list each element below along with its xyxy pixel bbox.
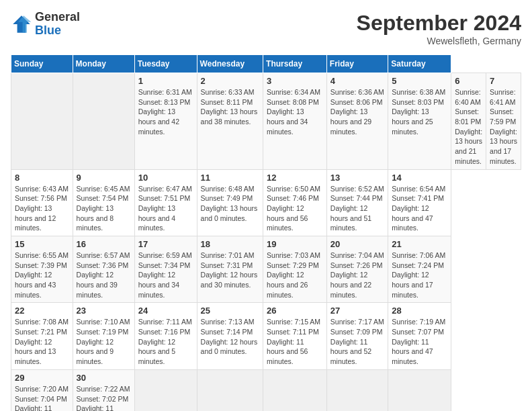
calendar-day-cell: 5Sunrise: 6:38 AMSunset: 8:03 PMDaylight… xyxy=(388,73,451,170)
day-number: 6 xyxy=(455,76,482,86)
day-info: Sunrise: 7:13 AMSunset: 7:14 PMDaylight:… xyxy=(201,318,258,355)
calendar-day-cell: 30Sunrise: 7:22 AMSunset: 7:02 PMDayligh… xyxy=(73,369,134,411)
day-info: Sunrise: 6:31 AMSunset: 8:13 PMDaylight:… xyxy=(138,88,192,136)
page-header: General Blue September 2024 Wewelsfleth,… xyxy=(11,11,521,46)
day-info: Sunrise: 7:15 AMSunset: 7:11 PMDaylight:… xyxy=(267,318,320,365)
day-number: 13 xyxy=(330,173,384,183)
day-info: Sunrise: 7:08 AMSunset: 7:21 PMDaylight:… xyxy=(15,318,69,365)
day-info: Sunrise: 7:11 AMSunset: 7:16 PMDaylight:… xyxy=(138,318,192,365)
calendar-day-cell xyxy=(326,369,388,411)
day-number: 2 xyxy=(201,76,260,86)
day-number: 9 xyxy=(77,173,131,183)
calendar-week-row: 1Sunrise: 6:31 AMSunset: 8:13 PMDaylight… xyxy=(11,73,521,170)
calendar-week-row: 22Sunrise: 7:08 AMSunset: 7:21 PMDayligh… xyxy=(11,303,521,369)
day-info: Sunrise: 6:55 AMSunset: 7:39 PMDaylight:… xyxy=(15,251,69,299)
day-of-week-header: Tuesday xyxy=(134,55,197,73)
logo: General Blue xyxy=(11,11,80,38)
calendar-day-cell: 6Sunrise: 6:40 AMSunset: 8:01 PMDaylight… xyxy=(451,73,486,170)
day-info: Sunrise: 7:20 AMSunset: 7:04 PMDaylight:… xyxy=(15,385,69,411)
day-info: Sunrise: 7:19 AMSunset: 7:07 PMDaylight:… xyxy=(392,318,445,365)
day-number: 3 xyxy=(267,76,323,86)
calendar-day-cell: 27Sunrise: 7:17 AMSunset: 7:09 PMDayligh… xyxy=(326,303,388,369)
day-number: 26 xyxy=(267,306,323,316)
day-of-week-header: Wednesday xyxy=(197,55,263,73)
calendar-day-cell: 22Sunrise: 7:08 AMSunset: 7:21 PMDayligh… xyxy=(11,303,73,369)
day-of-week-header: Saturday xyxy=(388,55,451,73)
day-info: Sunrise: 6:47 AMSunset: 7:51 PMDaylight:… xyxy=(138,185,192,232)
calendar-day-cell xyxy=(263,369,327,411)
day-info: Sunrise: 6:36 AMSunset: 8:06 PMDaylight:… xyxy=(330,88,384,136)
day-info: Sunrise: 7:22 AMSunset: 7:02 PMDaylight:… xyxy=(77,385,130,411)
day-number: 22 xyxy=(15,306,69,316)
day-number: 12 xyxy=(267,173,323,183)
calendar-day-cell: 4Sunrise: 6:36 AMSunset: 8:06 PMDaylight… xyxy=(326,73,388,170)
calendar-day-cell xyxy=(197,369,263,411)
day-info: Sunrise: 6:54 AMSunset: 7:41 PMDaylight:… xyxy=(392,185,445,232)
day-info: Sunrise: 6:33 AMSunset: 8:11 PMDaylight:… xyxy=(201,88,258,126)
day-number: 8 xyxy=(15,173,69,183)
logo-text: General Blue xyxy=(35,11,80,38)
calendar-day-cell: 12Sunrise: 6:50 AMSunset: 7:46 PMDayligh… xyxy=(263,169,327,236)
calendar-day-cell: 9Sunrise: 6:45 AMSunset: 7:54 PMDaylight… xyxy=(73,169,134,236)
day-number: 23 xyxy=(77,306,131,316)
day-info: Sunrise: 6:43 AMSunset: 7:56 PMDaylight:… xyxy=(15,185,69,232)
calendar-day-cell: 2Sunrise: 6:33 AMSunset: 8:11 PMDaylight… xyxy=(197,73,263,170)
day-info: Sunrise: 6:40 AMSunset: 8:01 PMDaylight:… xyxy=(455,88,482,165)
day-info: Sunrise: 7:17 AMSunset: 7:09 PMDaylight:… xyxy=(330,318,384,365)
day-info: Sunrise: 6:50 AMSunset: 7:46 PMDaylight:… xyxy=(267,185,320,232)
calendar-day-cell: 3Sunrise: 6:34 AMSunset: 8:08 PMDaylight… xyxy=(263,73,327,170)
calendar-day-cell: 21Sunrise: 7:06 AMSunset: 7:24 PMDayligh… xyxy=(388,236,451,302)
day-number: 28 xyxy=(392,306,447,316)
calendar-day-cell: 20Sunrise: 7:04 AMSunset: 7:26 PMDayligh… xyxy=(326,236,388,302)
day-number: 25 xyxy=(201,306,260,316)
calendar-day-cell: 19Sunrise: 7:03 AMSunset: 7:29 PMDayligh… xyxy=(263,236,327,302)
day-number: 10 xyxy=(138,173,193,183)
calendar-day-cell: 7Sunrise: 6:41 AMSunset: 7:59 PMDaylight… xyxy=(486,73,521,170)
calendar-day-cell: 8Sunrise: 6:43 AMSunset: 7:56 PMDaylight… xyxy=(11,169,73,236)
calendar-day-cell: 28Sunrise: 7:19 AMSunset: 7:07 PMDayligh… xyxy=(388,303,451,369)
day-of-week-header: Thursday xyxy=(263,55,327,73)
day-info: Sunrise: 7:10 AMSunset: 7:19 PMDaylight:… xyxy=(77,318,130,365)
calendar-day-cell: 14Sunrise: 6:54 AMSunset: 7:41 PMDayligh… xyxy=(388,169,451,236)
day-info: Sunrise: 7:06 AMSunset: 7:24 PMDaylight:… xyxy=(392,251,445,299)
calendar-day-cell: 25Sunrise: 7:13 AMSunset: 7:14 PMDayligh… xyxy=(197,303,263,369)
day-info: Sunrise: 6:48 AMSunset: 7:49 PMDaylight:… xyxy=(201,185,258,222)
day-info: Sunrise: 6:59 AMSunset: 7:34 PMDaylight:… xyxy=(138,251,192,299)
calendar-day-cell xyxy=(388,369,451,411)
day-info: Sunrise: 6:52 AMSunset: 7:44 PMDaylight:… xyxy=(330,185,384,232)
calendar-week-row: 15Sunrise: 6:55 AMSunset: 7:39 PMDayligh… xyxy=(11,236,521,302)
day-info: Sunrise: 6:38 AMSunset: 8:03 PMDaylight:… xyxy=(392,88,445,136)
day-number: 20 xyxy=(330,239,384,249)
empty-cell xyxy=(73,73,134,170)
day-number: 11 xyxy=(201,173,260,183)
calendar-day-cell: 17Sunrise: 6:59 AMSunset: 7:34 PMDayligh… xyxy=(134,236,197,302)
calendar-day-cell: 26Sunrise: 7:15 AMSunset: 7:11 PMDayligh… xyxy=(263,303,327,369)
day-of-week-header: Friday xyxy=(326,55,388,73)
calendar-day-cell: 23Sunrise: 7:10 AMSunset: 7:19 PMDayligh… xyxy=(73,303,134,369)
location: Wewelsfleth, Germany xyxy=(357,36,521,46)
calendar-day-cell: 13Sunrise: 6:52 AMSunset: 7:44 PMDayligh… xyxy=(326,169,388,236)
day-info: Sunrise: 6:45 AMSunset: 7:54 PMDaylight:… xyxy=(77,185,130,232)
day-info: Sunrise: 6:57 AMSunset: 7:36 PMDaylight:… xyxy=(77,251,130,299)
calendar-day-cell: 10Sunrise: 6:47 AMSunset: 7:51 PMDayligh… xyxy=(134,169,197,236)
day-number: 16 xyxy=(77,239,131,249)
calendar-day-cell: 1Sunrise: 6:31 AMSunset: 8:13 PMDaylight… xyxy=(134,73,197,170)
day-number: 14 xyxy=(392,173,447,183)
day-number: 1 xyxy=(138,76,193,86)
day-number: 5 xyxy=(392,76,447,86)
day-info: Sunrise: 6:34 AMSunset: 8:08 PMDaylight:… xyxy=(267,88,320,136)
day-of-week-header: Monday xyxy=(73,55,134,73)
day-number: 18 xyxy=(201,239,260,249)
day-of-week-header: Sunday xyxy=(11,55,73,73)
day-info: Sunrise: 7:04 AMSunset: 7:26 PMDaylight:… xyxy=(330,251,384,299)
day-number: 27 xyxy=(330,306,384,316)
day-number: 15 xyxy=(15,239,69,249)
day-info: Sunrise: 6:41 AMSunset: 7:59 PMDaylight:… xyxy=(490,88,517,165)
calendar-table: SundayMondayTuesdayWednesdayThursdayFrid… xyxy=(11,54,521,411)
calendar-day-cell: 15Sunrise: 6:55 AMSunset: 7:39 PMDayligh… xyxy=(11,236,73,302)
day-number: 29 xyxy=(15,373,69,383)
day-info: Sunrise: 7:03 AMSunset: 7:29 PMDaylight:… xyxy=(267,251,320,299)
calendar-day-cell: 18Sunrise: 7:01 AMSunset: 7:31 PMDayligh… xyxy=(197,236,263,302)
calendar-day-cell xyxy=(134,369,197,411)
calendar-week-row: 29Sunrise: 7:20 AMSunset: 7:04 PMDayligh… xyxy=(11,369,521,411)
